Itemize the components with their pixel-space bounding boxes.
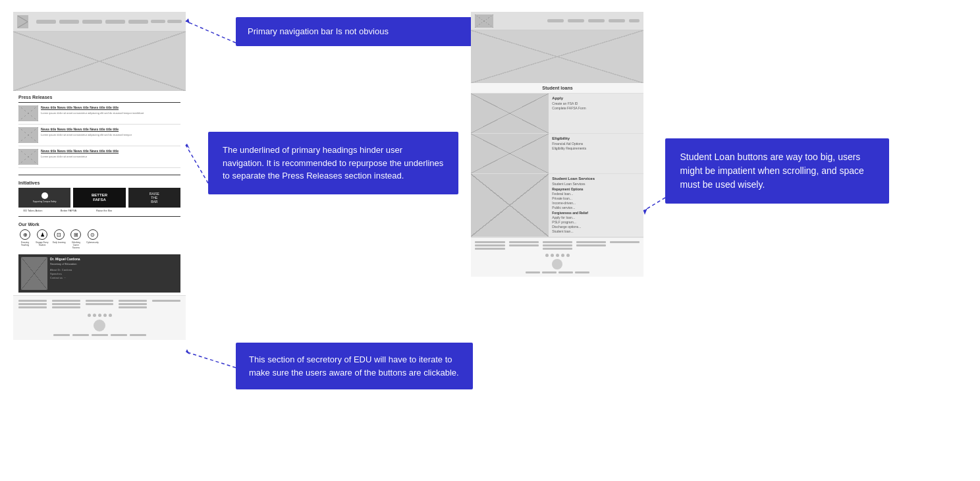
headings-annotation-box: The underlined of primary headings hinde…	[208, 132, 458, 194]
loan-img-1	[471, 94, 549, 133]
secretary-photo	[21, 257, 47, 290]
press-body-2: Lorem ipsum dolor sit amet consectetur a…	[41, 133, 180, 136]
footer-dot-1	[88, 314, 91, 317]
mockup-nav-4	[105, 20, 125, 24]
right-footer-dots	[475, 254, 640, 257]
footer-item-7	[86, 300, 114, 302]
loan-img-2	[471, 134, 549, 173]
footer-item-12	[152, 300, 180, 302]
work-label-5: Cybersecurity	[86, 241, 98, 244]
right-footer-item-7	[543, 244, 572, 246]
initiative-label-3: RAISETHEBAR	[150, 192, 159, 204]
right-mockup-hero	[471, 30, 643, 83]
right-footer-seal	[552, 259, 562, 269]
press-headline-3: News title News title News title News ti…	[41, 149, 180, 154]
right-mockup: Student loans Apply Create an FSA ID Com…	[471, 12, 643, 277]
mockup-nav-2	[59, 20, 79, 24]
footer-bottom-5	[130, 334, 146, 336]
svg-line-6	[643, 198, 665, 211]
footer-item-10	[119, 303, 147, 305]
right-footer-item-11	[610, 241, 640, 243]
work-label-1: Ensuring Teaching	[18, 241, 32, 246]
right-nav-5	[629, 19, 640, 22]
initiative-card-2: BETTERFAFSA	[73, 188, 125, 208]
footer-item-4	[52, 300, 80, 302]
footer-item-2	[18, 303, 47, 305]
mockup-left-hero	[13, 32, 186, 91]
press-headline-2: News title News title News title News ti…	[41, 127, 180, 132]
work-item-2: ♟ Engage Every Student	[36, 229, 49, 249]
loan-buttons-annotation-box: Student Loan buttons are way too big, us…	[665, 138, 889, 204]
right-footer-dot-4	[561, 254, 564, 257]
press-text-3: News title News title News title News ti…	[41, 149, 180, 165]
right-footer-dot-1	[545, 254, 549, 257]
initiatives-items: Supporting Campus Safety BETTERFAFSA RAI…	[18, 188, 180, 208]
press-item-2: News title News title News title News ti…	[18, 127, 180, 146]
initiative-label-1: Supporting Campus Safety	[33, 200, 57, 203]
initiative-caption-2: Better FAFSA	[55, 209, 82, 212]
loan-heading-apply: Apply	[552, 96, 640, 100]
right-footer-columns	[475, 241, 640, 251]
loan-text-1: Apply Create an FSA ID Complete FAFSA Fo…	[549, 94, 643, 133]
right-nav-3	[588, 19, 605, 22]
right-footer-col-5	[610, 241, 640, 251]
mockup-press-releases: Press Releases News title News title New…	[13, 91, 186, 175]
work-item-1: ⊕ Ensuring Teaching	[18, 229, 32, 249]
loan-link-aid: Financial Aid Options	[552, 142, 640, 146]
nav-annotation-text: Primary navigation bar Is not obvious	[248, 26, 389, 36]
loan-link-fafsa: Complete FAFSA Form	[552, 106, 640, 110]
initiative-card-3: RAISETHEBAR	[128, 188, 180, 208]
right-nav-2	[568, 19, 584, 22]
press-img-1	[18, 105, 38, 121]
svg-marker-5	[186, 349, 190, 354]
secretary-link-2: Speeches	[50, 272, 178, 275]
headings-annotation-text: The underlined of primary headings hinde…	[223, 145, 443, 181]
our-work-title: Our Work	[18, 222, 180, 227]
work-icon-2: ♟	[37, 229, 47, 240]
secretary-link-3: Contact us →	[50, 276, 178, 279]
footer-item-8	[86, 303, 114, 305]
work-icon-5: ⊙	[88, 229, 98, 240]
loan-link-services: Student Loan Services	[552, 182, 640, 186]
right-nav-1	[547, 19, 564, 22]
secretary-title: Secretary of Education	[50, 262, 178, 266]
repayment-1: Federal loan...	[552, 192, 640, 196]
loan-heading-services: Student Loan Services	[552, 177, 640, 181]
right-footer-item-6	[543, 241, 572, 243]
footer-bottom-4	[111, 334, 127, 336]
footer-col-1	[18, 300, 47, 310]
press-item-1: News title News title News title News ti…	[18, 105, 180, 125]
right-mockup-logo	[475, 14, 493, 28]
secretary-link-1: About Dr. Cardona	[50, 268, 178, 271]
right-footer-col-3	[543, 241, 572, 251]
work-icon-1: ⊕	[20, 229, 30, 240]
right-footer-dot-2	[551, 254, 554, 257]
loan-text-2: Eligibility Financial Aid Options Eligib…	[549, 134, 643, 173]
right-footer-bottom-2	[542, 271, 557, 273]
right-footer-bottom-3	[558, 271, 573, 273]
right-footer-item-4	[509, 241, 539, 243]
forgiveness-1: Apply for loan...	[552, 215, 640, 219]
initiative-caption-1: ED Takes Action	[20, 209, 46, 212]
footer-bottom-2	[72, 334, 89, 336]
press-img-3	[18, 149, 38, 165]
svg-line-2	[186, 145, 208, 183]
svg-marker-7	[643, 208, 647, 215]
forgiveness-heading: Forgiveness and Relief	[552, 211, 640, 215]
right-footer-item-2	[475, 244, 504, 246]
footer-item-6	[52, 306, 80, 308]
footer-dot-3	[98, 314, 101, 317]
press-headline-1: News title News title News title News ti…	[41, 105, 180, 110]
student-loans-title: Student loans	[471, 83, 643, 94]
secretary-name: Dr. Miguel Cardona	[50, 257, 178, 261]
footer-item-5	[52, 303, 80, 305]
right-footer-item-10	[576, 244, 606, 246]
mockup-left-header	[13, 12, 186, 32]
right-footer-item-5	[509, 244, 539, 246]
footer-dots	[18, 314, 180, 317]
press-body-1: Lorem ipsum dolor sit amet consectetur a…	[41, 111, 180, 115]
nav-annotation-box: Primary navigation bar Is not obvious	[236, 17, 473, 46]
right-footer-bottom-1	[526, 271, 540, 273]
footer-col-5	[152, 300, 180, 310]
left-mockup: Press Releases News title News title New…	[13, 12, 186, 340]
